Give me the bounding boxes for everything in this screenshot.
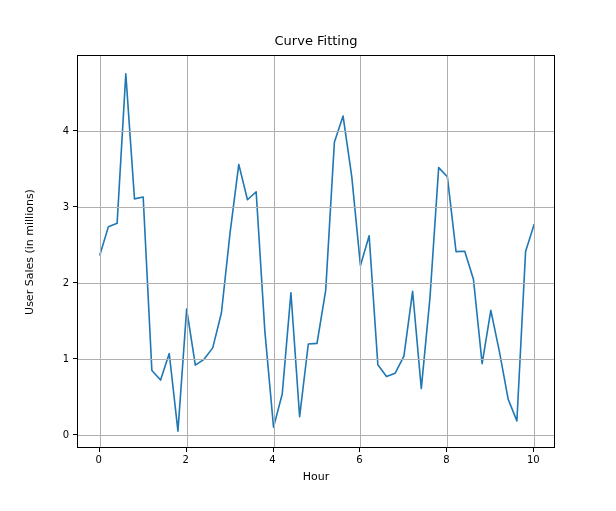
x-tick-label: 10 bbox=[527, 454, 540, 465]
y-tick bbox=[73, 434, 77, 435]
x-gridline bbox=[187, 56, 188, 447]
x-gridline bbox=[274, 56, 275, 447]
x-tick-label: 6 bbox=[356, 454, 362, 465]
x-tick-label: 8 bbox=[443, 454, 449, 465]
y-gridline bbox=[78, 435, 554, 436]
y-tick bbox=[73, 206, 77, 207]
y-gridline bbox=[78, 207, 554, 208]
y-tick-label: 4 bbox=[63, 124, 69, 135]
y-tick-label: 2 bbox=[63, 276, 69, 287]
x-tick-label: 0 bbox=[96, 454, 102, 465]
chart-axes bbox=[77, 55, 555, 448]
y-axis-label: User Sales (in millions) bbox=[23, 189, 36, 315]
x-gridline bbox=[100, 56, 101, 447]
y-gridline bbox=[78, 283, 554, 284]
chart-figure: Curve Fitting Hour User Sales (in millio… bbox=[0, 0, 616, 511]
x-gridline bbox=[534, 56, 535, 447]
y-tick-label: 0 bbox=[63, 429, 69, 440]
x-tick bbox=[99, 448, 100, 452]
x-tick-label: 2 bbox=[182, 454, 188, 465]
chart-title: Curve Fitting bbox=[275, 33, 358, 48]
y-tick-label: 1 bbox=[63, 352, 69, 363]
y-tick bbox=[73, 130, 77, 131]
y-tick-label: 3 bbox=[63, 200, 69, 211]
chart-plot-area bbox=[78, 56, 556, 449]
series-1-line bbox=[100, 74, 535, 431]
x-gridline bbox=[447, 56, 448, 447]
y-tick bbox=[73, 358, 77, 359]
x-tick-label: 4 bbox=[269, 454, 275, 465]
y-gridline bbox=[78, 359, 554, 360]
x-tick bbox=[273, 448, 274, 452]
x-tick bbox=[446, 448, 447, 452]
x-tick bbox=[186, 448, 187, 452]
x-tick bbox=[359, 448, 360, 452]
y-tick bbox=[73, 282, 77, 283]
x-tick bbox=[533, 448, 534, 452]
x-gridline bbox=[360, 56, 361, 447]
x-axis-label: Hour bbox=[303, 470, 330, 483]
y-gridline bbox=[78, 131, 554, 132]
